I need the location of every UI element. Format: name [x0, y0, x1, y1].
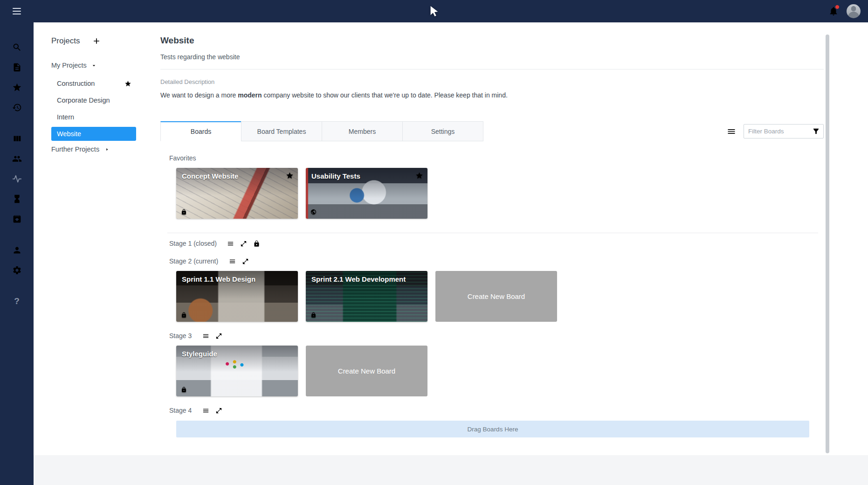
rail-boards-button[interactable]	[7, 132, 26, 145]
stage-heading: Stage 1 (closed)	[169, 240, 217, 247]
project-label: Corporate Design	[57, 97, 110, 104]
kanban-board-icon	[12, 134, 22, 144]
board-card-usability-tests[interactable]: Usability Tests	[306, 168, 427, 219]
hourglass-icon	[12, 194, 22, 204]
stage-2-row: Stage 2 (current)	[169, 257, 824, 265]
stage-heading: Stage 2 (current)	[169, 257, 218, 265]
stage-expand-icon[interactable]	[240, 240, 248, 247]
document-icon	[12, 62, 22, 72]
plus-icon	[92, 36, 101, 46]
icon-rail: ?	[0, 22, 34, 485]
archive-icon	[12, 214, 22, 224]
topbar-right	[827, 4, 868, 18]
tabs: Boards Board Templates Members Settings	[160, 121, 483, 141]
stage-3-board-row: Styleguide Create New Board	[176, 346, 824, 396]
project-label: Intern	[57, 113, 74, 121]
tab-board-templates[interactable]: Board Templates	[241, 121, 322, 141]
rail-documents-button[interactable]	[7, 61, 26, 73]
stage-expand-icon[interactable]	[215, 407, 222, 414]
rail-starred-button[interactable]	[7, 81, 26, 93]
sidebar-item-construction[interactable]: Construction	[51, 76, 136, 90]
create-new-board-button[interactable]: Create New Board	[435, 271, 557, 322]
notifications-button[interactable]	[827, 5, 840, 17]
bottom-strip	[34, 455, 868, 485]
chevron-right-icon	[104, 146, 110, 152]
create-new-board-button[interactable]: Create New Board	[306, 346, 427, 396]
sidebar-title: Projects	[51, 36, 80, 46]
rail-history-button[interactable]	[7, 101, 26, 113]
filter-boards-input[interactable]	[748, 128, 812, 135]
board-private-lock-icon	[181, 209, 187, 215]
description-heading: Detailed Description	[160, 78, 824, 85]
board-card-sprint-1-1-web-design[interactable]: Sprint 1.1 Web Design	[176, 271, 298, 322]
user-avatar[interactable]	[847, 4, 861, 18]
board-private-lock-icon	[181, 387, 187, 393]
tab-settings[interactable]: Settings	[402, 121, 483, 141]
favorite-star-icon[interactable]	[124, 80, 131, 87]
board-title: Usability Tests	[311, 172, 413, 180]
board-star-icon[interactable]	[415, 172, 423, 180]
stage-description-icon[interactable]	[202, 407, 209, 414]
app-logo	[428, 5, 440, 17]
stage-4-row: Stage 4	[169, 407, 824, 414]
further-projects-toggle[interactable]: Further Projects	[51, 146, 110, 153]
drag-boards-dropzone[interactable]: Drag Boards Here	[176, 421, 809, 437]
description-text: We want to design a more modern company …	[160, 91, 824, 99]
tab-boards[interactable]: Boards	[160, 121, 241, 141]
cursor-logo-icon	[428, 5, 440, 17]
content-row: ? Projects My Projects Construction	[0, 22, 868, 485]
question-mark-icon: ?	[14, 296, 20, 306]
sidebar-item-website[interactable]: Website	[51, 127, 136, 141]
rail-timesheets-button[interactable]	[7, 193, 26, 205]
project-label: Website	[57, 130, 81, 138]
rail-team-button[interactable]	[7, 152, 26, 165]
rail-activity-button[interactable]	[7, 173, 26, 185]
filter-funnel-icon[interactable]	[812, 127, 820, 135]
gear-icon	[12, 265, 22, 275]
board-star-icon[interactable]	[286, 172, 294, 180]
stage-1-row: Stage 1 (closed)	[169, 240, 824, 247]
stage-description-icon[interactable]	[227, 240, 234, 247]
board-title: Concept Website	[182, 172, 284, 180]
history-icon	[12, 103, 22, 112]
board-card-styleguide[interactable]: Styleguide	[176, 346, 298, 396]
board-card-sprint-2-1-web-development[interactable]: Sprint 2.1 Web Development	[306, 271, 427, 322]
board-title: Sprint 2.1 Web Development	[311, 275, 413, 283]
board-private-lock-icon	[310, 312, 317, 318]
header-divider	[160, 69, 824, 69]
search-icon	[12, 42, 22, 52]
tab-members[interactable]: Members	[322, 121, 403, 141]
chevron-down-icon	[91, 62, 97, 69]
board-view-options-icon[interactable]	[727, 127, 736, 136]
stage-2-board-row: Sprint 1.1 Web Design Sprint 2.1 Web Dev…	[176, 271, 824, 322]
rail-profile-button[interactable]	[7, 244, 26, 256]
rail-help-button[interactable]: ?	[7, 295, 26, 307]
favorites-heading: Favorites	[169, 154, 824, 162]
favorites-board-row: Concept Website Usability Tests	[176, 168, 824, 219]
board-card-concept-website[interactable]: Concept Website	[176, 168, 298, 219]
page-panel: Projects My Projects Construction Corpor…	[34, 22, 830, 455]
stage-expand-icon[interactable]	[241, 257, 249, 265]
app-root: ? Projects My Projects Construction	[0, 0, 868, 485]
add-project-button[interactable]	[92, 36, 101, 46]
stage-description-icon[interactable]	[202, 332, 209, 340]
menu-toggle-button[interactable]	[0, 0, 34, 22]
page-title: Website	[160, 35, 824, 46]
sidebar-title-row: Projects	[51, 36, 160, 46]
my-projects-group-toggle[interactable]: My Projects	[51, 62, 97, 69]
sidebar-item-intern[interactable]: Intern	[51, 110, 136, 124]
stage-description-icon[interactable]	[228, 257, 236, 265]
board-title: Sprint 1.1 Web Design	[182, 275, 284, 283]
filter-controls	[727, 124, 824, 139]
sidebar-item-corporate-design[interactable]: Corporate Design	[51, 93, 136, 107]
scrollbar-thumb[interactable]	[826, 35, 829, 453]
rail-search-button[interactable]	[7, 41, 26, 53]
rail-settings-button[interactable]	[7, 264, 26, 276]
stage-locked-icon	[253, 240, 261, 247]
section-divider	[167, 233, 818, 233]
activity-icon	[12, 174, 22, 184]
stage-expand-icon[interactable]	[215, 332, 222, 340]
notification-badge	[835, 5, 840, 9]
rail-archive-button[interactable]	[7, 213, 26, 225]
star-icon	[12, 83, 22, 92]
